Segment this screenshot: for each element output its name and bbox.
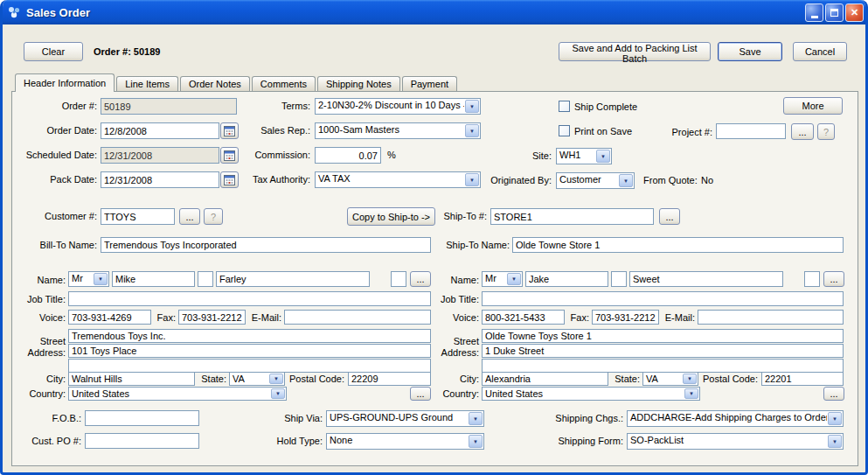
chevron-down-icon: ▼: [828, 435, 842, 448]
tax-authority-combo[interactable]: VA TAX▼: [315, 171, 481, 188]
shipto-name-label: Name:: [418, 275, 479, 286]
shipto-honorific-combo[interactable]: Mr▼: [482, 271, 523, 287]
chevron-down-icon: ▼: [683, 374, 697, 384]
shipto-fax-field[interactable]: [592, 310, 659, 325]
billto-address-line3-field[interactable]: [68, 359, 431, 373]
ship-to-name-field[interactable]: [512, 237, 844, 253]
shipto-job-title-field[interactable]: [482, 291, 844, 306]
cancel-button[interactable]: Cancel: [793, 42, 847, 61]
titlebar[interactable]: Sales Order ✕: [0, 0, 868, 24]
originated-by-combo[interactable]: Customer▼: [556, 172, 635, 189]
shipto-honorific-value: Mr: [483, 272, 506, 286]
shipto-last-name-field[interactable]: [629, 271, 783, 287]
pack-date-field[interactable]: [101, 171, 219, 188]
billto-honorific-combo[interactable]: Mr▼: [68, 271, 109, 287]
chevron-down-icon: ▼: [507, 273, 521, 285]
billto-job-title-field[interactable]: [68, 291, 431, 306]
scheduled-date-label: Scheduled Date:: [15, 150, 97, 161]
billto-email-field[interactable]: [284, 310, 431, 325]
project-browse-button[interactable]: ...: [791, 123, 814, 140]
ship-complete-checkbox[interactable]: [559, 101, 570, 112]
tab-line-items[interactable]: Line Items: [116, 76, 178, 91]
minimize-button[interactable]: [805, 3, 823, 22]
bill-to-name-label: Bill-To Name:: [15, 240, 97, 251]
tab-order-notes[interactable]: Order Notes: [180, 76, 250, 91]
tax-authority-label: Tax Authority:: [235, 174, 310, 185]
billto-address-line1-field[interactable]: [68, 329, 431, 343]
chevron-down-icon: ▼: [269, 374, 283, 384]
hold-type-combo[interactable]: None▼: [326, 433, 484, 450]
shipto-email-field[interactable]: [698, 310, 844, 325]
order-number-field[interactable]: [101, 98, 237, 115]
shipto-first-name-field[interactable]: [525, 271, 608, 287]
shipto-street-address-label: Street Address:: [418, 336, 479, 359]
billto-fax-field[interactable]: [178, 310, 246, 325]
shipto-country-combo[interactable]: United States▼: [482, 387, 700, 401]
customer-number-field[interactable]: [101, 208, 175, 225]
tab-payment[interactable]: Payment: [402, 76, 457, 91]
order-date-field[interactable]: [101, 122, 219, 139]
tab-header-information[interactable]: Header Information: [15, 73, 115, 92]
shipto-voice-field[interactable]: [482, 310, 565, 325]
shipto-address-browse-button[interactable]: ...: [823, 387, 844, 401]
terms-combo[interactable]: 2-10N30-2% Discount in 10 Days - N▼: [315, 98, 481, 115]
tab-comments[interactable]: Comments: [252, 76, 316, 91]
billto-city-field[interactable]: [68, 372, 195, 386]
shipto-contact-browse-button[interactable]: ...: [823, 271, 844, 287]
commission-field[interactable]: [315, 147, 381, 164]
more-button[interactable]: More: [783, 97, 843, 115]
site-combo[interactable]: WH1▼: [556, 148, 612, 164]
billto-email-label: E-Mail:: [248, 312, 281, 324]
ship-via-combo[interactable]: UPS-GROUND-UPS Ground▼: [326, 410, 484, 427]
tab-shipping-notes[interactable]: Shipping Notes: [317, 76, 400, 91]
shipto-address-line3-field[interactable]: [482, 359, 844, 373]
project-number-field[interactable]: [716, 123, 786, 139]
site-label: Site:: [492, 150, 552, 162]
shipto-postal-code-label: Postal Code:: [702, 374, 758, 385]
billto-middle-initial-field[interactable]: [198, 271, 213, 287]
chevron-down-icon: ▼: [469, 435, 483, 448]
sales-rep-value: 1000-Sam Masters: [316, 123, 464, 138]
scheduled-date-field[interactable]: [101, 147, 219, 164]
calendar-icon: [224, 125, 235, 136]
shipto-postal-code-field[interactable]: [761, 372, 844, 386]
chevron-down-icon: ▼: [465, 100, 479, 113]
billto-voice-field[interactable]: [68, 310, 151, 325]
shipping-form-combo[interactable]: SO-PackList▼: [627, 433, 844, 450]
shipto-suffix-field[interactable]: [804, 271, 820, 287]
shipto-job-title-label: Job Title:: [418, 294, 479, 305]
fob-field[interactable]: [85, 410, 199, 426]
save-and-add-to-packing-list-batch-button[interactable]: Save and Add to Packing List Batch: [559, 42, 711, 61]
billto-last-name-field[interactable]: [216, 271, 370, 287]
customer-browse-button[interactable]: ...: [179, 208, 200, 225]
billto-first-name-field[interactable]: [112, 271, 195, 287]
shipping-charges-combo[interactable]: ADDCHARGE-Add Shipping Charges to Order▼: [627, 410, 844, 427]
bill-to-name-field[interactable]: [101, 237, 431, 253]
maximize-button[interactable]: [825, 3, 844, 22]
billto-country-combo[interactable]: United States▼: [68, 387, 287, 401]
billto-state-combo[interactable]: VA▼: [229, 372, 285, 386]
hold-type-label: Hold Type:: [263, 436, 323, 447]
ship-to-number-field[interactable]: [490, 208, 654, 225]
copy-to-ship-to-button[interactable]: Copy to Ship-to ->: [347, 207, 435, 226]
print-on-save-checkbox[interactable]: [559, 125, 570, 136]
project-help-button[interactable]: ?: [817, 123, 835, 140]
billto-suffix-field[interactable]: [391, 271, 406, 287]
cust-po-field[interactable]: [85, 433, 199, 449]
shipto-state-combo[interactable]: VA▼: [642, 372, 698, 386]
sales-rep-combo[interactable]: 1000-Sam Masters▼: [315, 122, 481, 139]
shipto-city-field[interactable]: [482, 372, 608, 386]
customer-help-button[interactable]: ?: [204, 208, 223, 225]
shipto-address-line1-field[interactable]: [482, 329, 844, 343]
close-button[interactable]: ✕: [845, 3, 864, 22]
close-icon: ✕: [851, 7, 858, 18]
save-button[interactable]: Save: [718, 42, 782, 61]
ship-to-browse-button[interactable]: ...: [659, 208, 680, 225]
shipto-middle-initial-field[interactable]: [611, 271, 627, 287]
minimize-icon: [811, 16, 818, 18]
shipto-address-line2-field[interactable]: [482, 344, 844, 358]
calendar-icon: [224, 174, 235, 185]
clear-button[interactable]: Clear: [24, 42, 83, 61]
chevron-down-icon: ▼: [469, 412, 483, 425]
billto-address-line2-field[interactable]: [68, 344, 431, 358]
